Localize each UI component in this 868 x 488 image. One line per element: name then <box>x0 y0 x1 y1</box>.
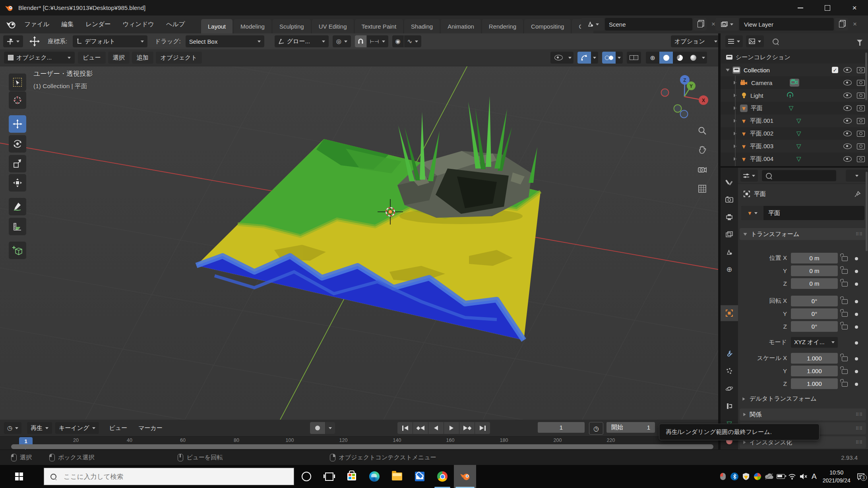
blender-taskbar-button[interactable] <box>454 465 476 488</box>
render-camera-icon[interactable] <box>857 143 865 149</box>
coord-system-dropdown[interactable]: デフォルト <box>73 35 147 47</box>
scale-y-field[interactable]: 1.000 <box>791 366 838 376</box>
orientation-dropdown[interactable]: グロー... <box>275 35 329 47</box>
cortana-button[interactable] <box>295 465 318 488</box>
outliner-row-plane[interactable]: ▼ 平面 ▽ <box>721 102 868 114</box>
active-tool-dropdown[interactable] <box>3 35 23 47</box>
menu-window[interactable]: ウィンドウ <box>117 15 160 33</box>
pan-hand-icon[interactable] <box>696 144 708 156</box>
properties-editor-type-dropdown[interactable] <box>740 170 758 182</box>
scene-name-field[interactable]: Scene <box>605 18 692 31</box>
start-button[interactable] <box>0 465 38 488</box>
transform-tool[interactable] <box>9 174 26 192</box>
collection-checkbox[interactable]: ✓ <box>832 67 838 73</box>
rotation-x-field[interactable]: 0° <box>791 296 838 306</box>
file-explorer-button[interactable] <box>386 465 408 488</box>
view-layer-copy-button[interactable] <box>835 18 848 31</box>
outliner-row-plane-003[interactable]: ▼ 平面.003 ▽ <box>721 140 868 153</box>
shading-solid-button[interactable] <box>659 52 673 64</box>
annotate-tool[interactable] <box>9 198 26 215</box>
shading-dropdown[interactable] <box>700 52 707 64</box>
overlays-dropdown[interactable] <box>616 52 623 64</box>
outliner-scrollbar[interactable] <box>865 52 867 100</box>
menu-help[interactable]: ヘルプ <box>160 15 191 33</box>
auto-keying-dropdown[interactable] <box>326 422 335 434</box>
lock-icon[interactable] <box>842 269 848 274</box>
outliner-display-mode-dropdown[interactable] <box>725 35 743 47</box>
outliner-properties-divider[interactable] <box>721 166 868 168</box>
gizmos-dropdown[interactable] <box>591 52 598 64</box>
play-button[interactable] <box>444 422 459 434</box>
keyframe-dot-icon[interactable] <box>855 300 858 303</box>
proportional-edit-toggle[interactable]: ◉ <box>392 35 404 47</box>
panel-drag-dots[interactable]: ⠿⠿ <box>856 232 863 237</box>
object-browse-button[interactable]: ▼ <box>741 206 763 220</box>
store-button[interactable] <box>341 465 363 488</box>
panel-drag-dots[interactable]: ⠿⠿ <box>856 426 863 431</box>
tray-bluetooth-icon[interactable] <box>730 472 739 481</box>
hide-eye-icon[interactable] <box>843 93 852 98</box>
auto-keying-toggle[interactable] <box>310 422 325 434</box>
scale-x-field[interactable]: 1.000 <box>791 353 838 364</box>
object-name-field[interactable]: 平面 <box>768 209 780 217</box>
outliner-filter-collection-dropdown[interactable] <box>746 35 764 47</box>
hide-eye-icon[interactable] <box>843 67 852 73</box>
tray-defender-icon[interactable] <box>742 472 750 481</box>
outliner-search-icon[interactable] <box>773 39 779 45</box>
pin-icon[interactable] <box>854 191 861 198</box>
notification-center-button[interactable]: 3 <box>856 472 865 481</box>
gizmo-minus-z[interactable] <box>680 110 688 118</box>
tab-tool[interactable] <box>721 175 738 191</box>
tab-layout[interactable]: Layout <box>201 19 232 33</box>
shading-rendered-button[interactable] <box>686 52 700 64</box>
timeline-scrollbar[interactable] <box>11 444 713 449</box>
lock-icon[interactable] <box>842 312 848 317</box>
hide-eye-icon[interactable] <box>843 118 852 124</box>
hide-eye-icon[interactable] <box>843 143 852 149</box>
lock-icon[interactable] <box>842 356 848 361</box>
tab-scene[interactable] <box>721 244 738 260</box>
keyframe-dot-icon[interactable] <box>855 341 858 345</box>
render-camera-icon[interactable] <box>857 156 865 162</box>
tray-onedrive-icon[interactable] <box>765 472 773 481</box>
zoom-icon[interactable] <box>696 125 708 137</box>
pivot-point-dropdown[interactable]: ◎ <box>333 35 351 47</box>
panel-drag-dots[interactable]: ⠿⠿ <box>856 412 863 417</box>
properties-filter-dropdown[interactable] <box>846 170 868 182</box>
prev-keyframe-button[interactable] <box>413 422 428 434</box>
scale-z-field[interactable]: 1.000 <box>791 378 838 389</box>
keyframe-dot-icon[interactable] <box>855 313 858 316</box>
render-camera-icon[interactable] <box>857 105 865 111</box>
tab-output[interactable] <box>721 209 738 225</box>
tab-view-layer[interactable] <box>721 227 738 242</box>
outliner-row-collection[interactable]: Collection ✓ <box>721 64 868 76</box>
measure-tool[interactable] <box>9 218 26 235</box>
lock-icon[interactable] <box>842 369 848 374</box>
overlays-toggle[interactable] <box>602 52 616 64</box>
outliner-row-scene-collection[interactable]: シーンコレクション <box>721 51 868 64</box>
select-menu[interactable]: 選択 <box>108 52 130 64</box>
keyframe-dot-icon[interactable] <box>855 257 858 260</box>
scene-browse-button[interactable] <box>581 18 604 31</box>
current-frame-field[interactable]: 1 <box>538 422 585 433</box>
play-reverse-button[interactable] <box>428 422 444 434</box>
timeline-editor-type-dropdown[interactable]: ◷ <box>4 422 21 434</box>
tray-mouse-icon[interactable] <box>719 472 727 481</box>
add-menu[interactable]: 追加 <box>132 52 153 64</box>
tab-shading[interactable]: Shading <box>404 19 440 33</box>
shading-wireframe-button[interactable]: ⊕ <box>646 52 659 64</box>
edge-button[interactable] <box>363 465 386 488</box>
view-menu[interactable]: ビュー <box>78 52 106 64</box>
tab-compositing[interactable]: Compositing <box>524 19 571 33</box>
jump-to-start-button[interactable] <box>397 422 413 434</box>
outliner-row-plane-001[interactable]: ▼ 平面.001 ▽ <box>721 114 868 127</box>
outliner-filter-icon[interactable] <box>857 40 862 43</box>
lock-icon[interactable] <box>842 325 848 329</box>
close-button[interactable]: × <box>841 0 868 15</box>
hide-eye-icon[interactable] <box>843 156 852 162</box>
tab-physics[interactable] <box>721 381 738 397</box>
view-layer-name-field[interactable]: View Layer <box>739 18 834 31</box>
menu-file[interactable]: ファイル <box>18 15 55 33</box>
playback-menu[interactable]: 再生 <box>27 422 52 434</box>
taskbar-search[interactable] <box>44 468 294 485</box>
